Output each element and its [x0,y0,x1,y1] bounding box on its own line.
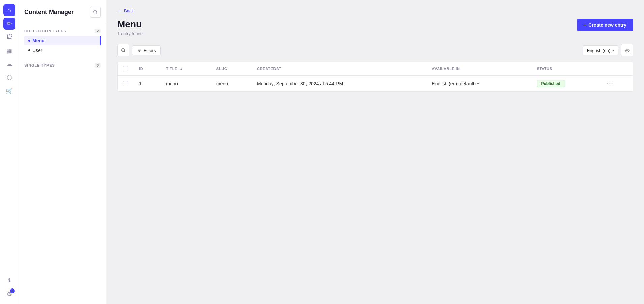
table-settings-button[interactable] [621,44,633,56]
col-header-status: STATUS [531,62,602,76]
filters-button[interactable]: Filters [132,45,161,55]
dot-icon [28,49,30,51]
nav-icon-pen[interactable]: ✏ [3,18,15,30]
row-checkbox[interactable] [123,81,128,86]
filters-label: Filters [144,48,156,53]
row-createdat: Monday, September 30, 2024 at 5:44 PM [252,76,426,92]
icon-nav: ⌂ ✏ 🖼 ▦ ☁ ⬡ 🛒 ℹ ⚙ 1 [0,0,19,304]
sidebar-header: Content Manager [19,0,106,23]
col-header-id: ID [134,62,161,76]
row-id: 1 [134,76,161,92]
table-header: ID TITLE ▲ SLUG CREATEDAT [118,62,633,76]
nav-icon-home[interactable]: ⌂ [3,4,15,16]
col-header-createdat: CREATEDAT [252,62,426,76]
table-search-button[interactable] [117,44,129,56]
row-slug: menu [211,76,252,92]
home-icon: ⌂ [7,7,11,14]
single-types-section: SINGLE TYPES 0 [19,58,106,73]
col-header-title[interactable]: TITLE ▲ [161,62,211,76]
locale-value: English (en) [587,48,610,53]
sidebar-item-menu-label: Menu [32,38,45,43]
sidebar-item-user[interactable]: User [24,45,101,55]
table-toolbar: Filters English (en) ▾ [117,44,633,56]
nav-icon-settings[interactable]: ⚙ 1 [3,288,15,300]
active-bar [100,36,101,45]
nav-icon-cart[interactable]: 🛒 [3,85,15,97]
gear-icon [625,48,630,53]
pen-icon: ✏ [7,20,12,27]
row-title: menu [161,76,211,92]
info-icon: ℹ [8,277,10,284]
available-in-value: English (en) (default) [432,81,476,86]
col-header-actions [602,62,633,76]
locale-select[interactable]: English (en) ▾ [583,45,618,55]
search-icon [121,48,126,53]
create-entry-button[interactable]: + Create new entry [577,19,633,31]
col-header-available-in: AVAILABLE IN [426,62,531,76]
nav-icon-info[interactable]: ℹ [3,274,15,286]
select-all-checkbox[interactable] [123,66,128,71]
entries-table: ID TITLE ▲ SLUG CREATEDAT [118,62,633,91]
main-content-area: ← Back Menu 1 entry found + Create new e… [106,0,644,304]
nav-icon-cloud[interactable]: ☁ [3,58,15,70]
collection-types-count: 2 [95,29,101,33]
table-row[interactable]: 1 menu menu Monday, September 30, 2024 a… [118,76,633,92]
sidebar-item-menu[interactable]: Menu [24,36,101,45]
svg-point-7 [626,50,628,51]
dot-icon [28,40,30,42]
page-title: Menu [117,19,143,30]
row-checkbox-cell [118,76,134,92]
svg-line-1 [96,13,97,14]
sidebar-item-menu-wrapper: Menu [24,36,101,45]
cloud-icon: ☁ [6,60,12,68]
select-all-header [118,62,134,76]
puzzle-icon: ⬡ [7,74,12,81]
status-badge: Published [537,80,565,87]
settings-badge: 1 [10,288,15,293]
sidebar-item-user-label: User [32,48,42,53]
page-subtitle: 1 entry found [117,31,143,36]
cart-icon: 🛒 [6,87,13,95]
chevron-down-icon: ▾ [612,49,614,52]
collection-types-label: COLLECTION TYPES [24,29,66,33]
back-label: Back [124,8,134,13]
search-icon [93,10,98,14]
create-entry-label: Create new entry [588,22,626,28]
sort-asc-icon: ▲ [180,67,183,71]
single-types-count: 0 [95,63,101,68]
back-link[interactable]: ← Back [117,8,633,13]
col-header-slug: SLUG [211,62,252,76]
collection-types-section: COLLECTION TYPES 2 Menu User [19,23,106,58]
filter-icon [137,48,142,53]
available-in-dropdown-icon[interactable]: ▾ [477,81,479,86]
plus-icon: + [584,22,586,28]
nav-icon-layout[interactable]: ▦ [3,44,15,57]
single-types-label: SINGLE TYPES [24,63,55,67]
table-body: 1 menu menu Monday, September 30, 2024 a… [118,76,633,92]
row-more-actions[interactable]: ··· [607,81,613,86]
sidebar-search-button[interactable] [90,7,101,18]
sidebar: Content Manager COLLECTION TYPES 2 Menu … [19,0,106,304]
layout-icon: ▦ [6,47,12,54]
row-available-in: English (en) (default) ▾ [426,76,531,92]
sidebar-title: Content Manager [24,9,74,16]
svg-line-3 [124,51,125,52]
row-actions-cell: ··· [602,76,633,92]
back-arrow-icon: ← [117,8,122,13]
nav-icon-image[interactable]: 🖼 [3,31,15,43]
row-status: Published [531,76,602,92]
nav-icon-puzzle[interactable]: ⬡ [3,71,15,84]
entries-table-container: ID TITLE ▲ SLUG CREATEDAT [117,62,633,92]
image-icon: 🖼 [6,34,12,41]
page-header: Menu 1 entry found + Create new entry [117,19,633,36]
